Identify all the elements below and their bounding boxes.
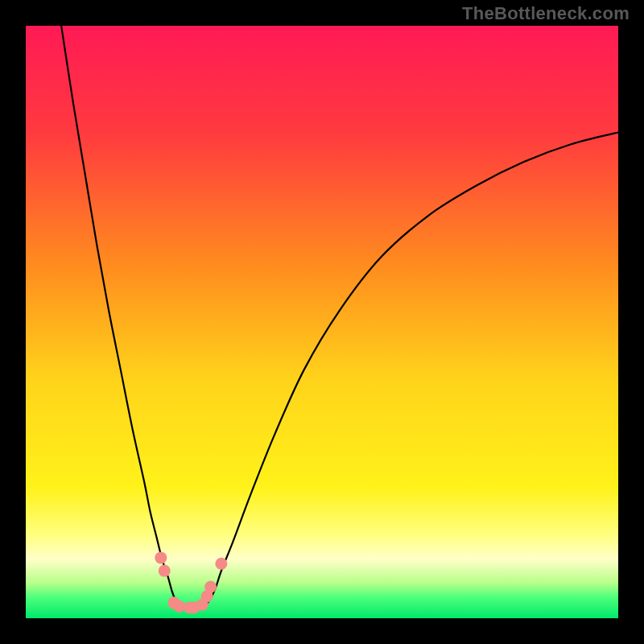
outer-frame: TheBottleneck.com	[0, 0, 644, 644]
data-marker	[215, 558, 227, 570]
data-marker	[159, 565, 171, 577]
gradient-background	[26, 26, 618, 618]
bottleneck-chart	[26, 26, 618, 618]
watermark-text: TheBottleneck.com	[462, 3, 630, 24]
data-marker	[204, 580, 217, 592]
plot-area	[26, 26, 618, 618]
data-marker	[155, 551, 167, 564]
